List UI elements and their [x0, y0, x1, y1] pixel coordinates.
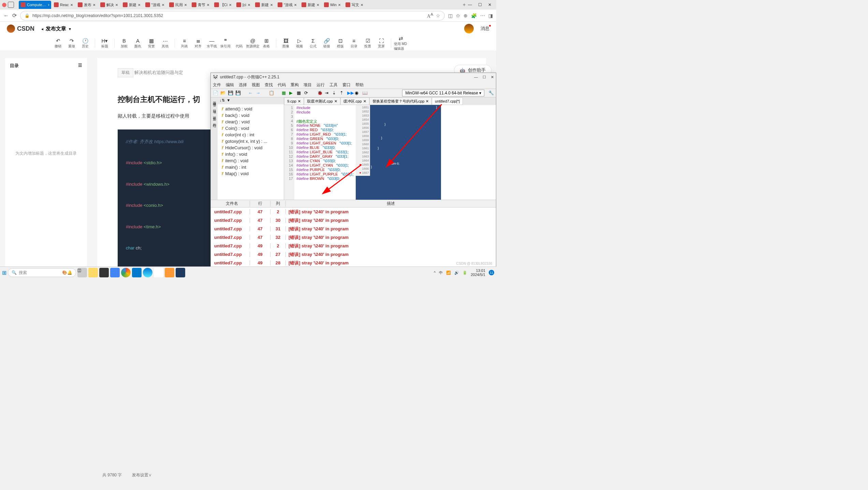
menu-工具[interactable]: 工具 — [329, 82, 338, 88]
app-devcpp[interactable] — [176, 268, 185, 277]
ide-tab[interactable]: 缓冲区.cpp✕ — [340, 97, 369, 105]
menu-选择[interactable]: 选择 — [239, 82, 247, 88]
tray-volume-icon[interactable]: 🔊 — [454, 271, 459, 275]
undo-icon[interactable]: ← — [248, 90, 254, 96]
app-cube[interactable] — [99, 268, 109, 277]
toolbar-其他[interactable]: ⋯其他 — [158, 36, 172, 50]
sort-icon[interactable]: ↓⇅ — [220, 98, 225, 104]
messages-link[interactable]: 消息 — [481, 26, 489, 32]
open-icon[interactable]: 📂 — [220, 90, 226, 96]
step-over-icon[interactable]: ⇥ — [325, 90, 330, 96]
toolbar-水平线[interactable]: —水平线 — [205, 36, 219, 50]
struct-item[interactable]: finfo() : void — [219, 151, 282, 157]
new-tab-button[interactable]: ＋ — [462, 2, 467, 8]
toolbar-公式[interactable]: Σ公式 — [306, 36, 320, 50]
ide-maximize[interactable]: ☐ — [483, 75, 486, 79]
app-explorer[interactable] — [88, 268, 98, 277]
browser-tab[interactable]: Win✕ — [322, 1, 343, 9]
browser-tab[interactable]: 解决✕ — [98, 1, 120, 9]
rebuild-icon[interactable]: ⟳ — [304, 90, 310, 96]
browser-tab[interactable]: 新建✕ — [121, 1, 143, 9]
ide-tab[interactable]: untitled7.cpp[*] — [432, 97, 463, 105]
toolbar-宽屏[interactable]: ⛶宽屏 — [374, 36, 388, 50]
filter-icon[interactable]: ▼ — [227, 98, 231, 104]
menu-项目[interactable]: 项目 — [304, 82, 312, 88]
col-file[interactable]: 文件名 — [211, 201, 250, 206]
struct-item[interactable]: fclear() : void — [219, 119, 282, 125]
favorite-icon[interactable]: ☆ — [436, 13, 440, 18]
new-file-icon[interactable]: 📄 — [213, 90, 218, 96]
compile-icon[interactable]: ▦ — [282, 90, 287, 96]
breakpoints-icon[interactable]: 📖 — [362, 90, 368, 96]
struct-item[interactable]: fmain() : int — [219, 164, 282, 170]
compiler-select[interactable]: MinGW-w64 GCC 11.4.0 64-bit Release ▾ — [402, 90, 484, 96]
col-col[interactable]: 列 — [270, 201, 286, 206]
toolbar-块引用[interactable]: ❝块引用 — [219, 36, 232, 50]
save-icon[interactable]: 💾 — [228, 90, 233, 96]
toolbar-模版[interactable]: ⊡模版 — [334, 36, 347, 50]
col-desc[interactable]: 描述 — [286, 201, 496, 206]
struct-item[interactable]: fMap() : void — [219, 170, 282, 177]
url-box[interactable]: 🔒 https://mp.csdn.net/mp_blog/creation/e… — [20, 11, 445, 20]
menu-窗口[interactable]: 窗口 — [342, 82, 351, 88]
struct-item[interactable]: fCoin() : void — [219, 125, 282, 132]
back-button[interactable]: ← — [3, 13, 9, 19]
tray-battery-icon[interactable]: 🔋 — [462, 271, 467, 275]
struct-item[interactable]: fitem() : void — [219, 157, 282, 164]
browser-tab[interactable]: 民用✕ — [167, 1, 189, 9]
workspace-icon[interactable] — [8, 2, 14, 8]
error-row[interactable]: untitled7.cpp4732[错误] stray '\240' in pr… — [211, 233, 496, 242]
menu-代码[interactable]: 代码 — [278, 82, 286, 88]
debug-icon[interactable]: 🐞 — [317, 90, 323, 96]
menu-重构[interactable]: 重构 — [291, 82, 299, 88]
browser-tab[interactable]: 新建✕ — [299, 1, 321, 9]
start-button[interactable]: ⊞ — [2, 270, 6, 276]
toolbar-列表[interactable]: ≡列表 — [178, 36, 191, 50]
reader-icon[interactable]: AA — [427, 12, 433, 19]
browser-tab[interactable]: 发布✕ — [76, 1, 98, 9]
col-line[interactable]: 行 — [250, 201, 270, 206]
menu-帮助[interactable]: 帮助 — [355, 82, 364, 88]
ide-tab[interactable]: 替换某些空格变？号的代码.cpp✕ — [369, 97, 432, 105]
ide-minimize[interactable]: ― — [474, 75, 478, 79]
toc-toggle-icon[interactable]: ☰ — [78, 63, 82, 69]
settings-icon[interactable]: 🔧 — [488, 90, 494, 96]
toolbar-投票[interactable]: ☑投票 — [361, 36, 374, 50]
sidebar-icon[interactable]: ◨ — [488, 13, 493, 18]
toolbar-背景[interactable]: ▦背景 — [145, 36, 158, 50]
tray-ime[interactable]: 中 — [439, 270, 443, 275]
browser-tab[interactable]: "游戏✕ — [143, 1, 166, 9]
menu-文件[interactable]: 文件 — [213, 82, 221, 88]
menu-查找[interactable]: 查找 — [265, 82, 273, 88]
error-row[interactable]: untitled7.cpp492[错误] stray '\240' in pro… — [211, 242, 496, 250]
toolbar-图像[interactable]: 🖼图像 — [279, 36, 293, 50]
toolbar-表格[interactable]: ⊞表格 — [260, 36, 273, 50]
browser-tab[interactable]: [ci✕ — [234, 1, 252, 9]
run-icon[interactable]: ▶ — [289, 90, 295, 96]
toolbar-重做[interactable]: ↷重做 — [65, 36, 78, 50]
tray-clock[interactable]: 13:01 2024/5/1 — [471, 269, 485, 277]
browser-tab[interactable]: "游戏✕ — [276, 1, 299, 9]
more-icon[interactable]: ⋯ — [480, 13, 485, 18]
collections-icon[interactable]: ⊕ — [464, 13, 468, 18]
toolbar-加粗[interactable]: B加粗 — [117, 36, 131, 50]
browser-tab[interactable]: 【Ci✕ — [212, 1, 234, 9]
toolbar-视频[interactable]: ▷视频 — [293, 36, 306, 50]
toolbar-颜色[interactable]: A颜色 — [131, 36, 145, 50]
error-row[interactable]: untitled7.cpp4927[错误] stray '\240' in pr… — [211, 250, 496, 259]
favorites-bar-icon[interactable]: ✩ — [456, 13, 460, 18]
error-row[interactable]: untitled7.cpp4730[错误] stray '\240' in pr… — [211, 216, 496, 225]
browser-tab[interactable]: Reac✕ — [52, 1, 75, 9]
struct-item[interactable]: fcolor(int c) : int — [219, 132, 282, 138]
browser-tab[interactable]: Computer Programmi✕ — [19, 1, 51, 9]
step-into-icon[interactable]: ⇣ — [332, 90, 338, 96]
tray-wifi-icon[interactable]: 📶 — [446, 271, 451, 275]
split-icon[interactable]: ◫ — [448, 13, 453, 18]
taskbar-search[interactable]: 🔍 搜索 🎨🔔 — [8, 268, 76, 277]
toolbar-链接[interactable]: 🔗链接 — [320, 36, 334, 50]
menu-编辑[interactable]: 编辑 — [226, 82, 234, 88]
save-all-icon[interactable]: 💾 — [235, 90, 241, 96]
minimize-button[interactable]: ― — [468, 2, 472, 7]
toolbar-历史[interactable]: 🕐历史 — [78, 36, 92, 50]
struct-item[interactable]: fgotoxy(int x, int y) : ... — [219, 138, 282, 144]
